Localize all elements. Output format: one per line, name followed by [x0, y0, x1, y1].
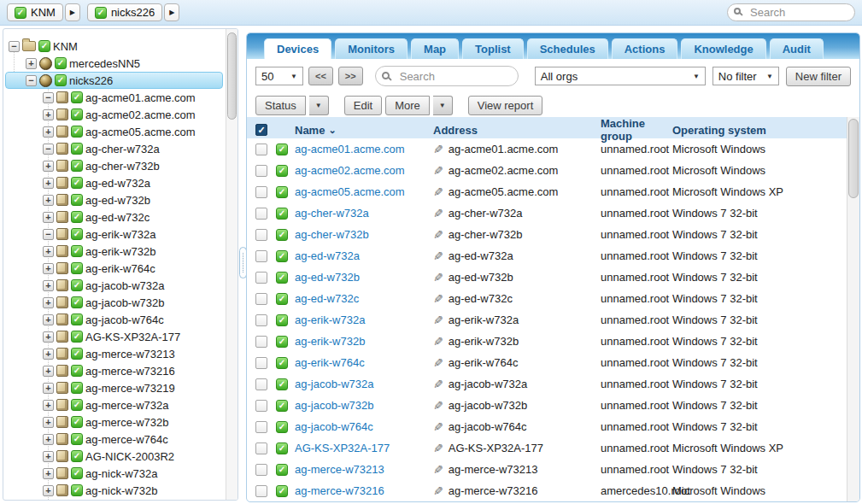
- tree-item-ag-jacob-w732b[interactable]: +ag-jacob-w732b: [3, 294, 225, 311]
- tree-item-ag-ks-xp32a-177[interactable]: +AG-KS-XP32A-177: [3, 328, 225, 345]
- device-search-input[interactable]: [375, 66, 519, 86]
- device-name-link[interactable]: ag-merce-w73213: [295, 463, 433, 476]
- edit-pencil-icon[interactable]: [433, 185, 443, 199]
- tree-item-ag-merce-w732a[interactable]: +ag-merce-w732a: [3, 396, 225, 413]
- tree-item-nicks226[interactable]: −nicks226: [3, 72, 225, 89]
- row-checkbox[interactable]: [255, 421, 267, 433]
- tree-expander-minus[interactable]: −: [9, 41, 20, 52]
- device-name-link[interactable]: ag-erik-w732a: [295, 314, 433, 326]
- tree-expander-minus[interactable]: −: [43, 229, 54, 240]
- tree-item-ag-merce-w764c[interactable]: +ag-merce-w764c: [3, 431, 225, 448]
- tree-item-ag-ed-w732b[interactable]: +ag-ed-w732b: [3, 191, 225, 208]
- device-name-link[interactable]: ag-ed-w732c: [295, 292, 433, 305]
- device-name-link[interactable]: ag-acme02.acme.com: [295, 164, 433, 177]
- tree-scrollbar[interactable]: [226, 29, 237, 500]
- device-name-link[interactable]: ag-acme05.acme.com: [295, 185, 433, 198]
- row-checkbox[interactable]: [255, 314, 267, 326]
- tree-item-ag-cher-w732b[interactable]: +ag-cher-w732b: [3, 157, 225, 174]
- column-header-name[interactable]: Name ⌄: [295, 124, 433, 137]
- breadcrumb-knm[interactable]: KNM: [7, 3, 63, 21]
- row-checkbox[interactable]: [255, 208, 267, 220]
- row-checkbox[interactable]: [255, 400, 267, 412]
- row-checkbox[interactable]: [255, 293, 267, 305]
- tree-expander-plus[interactable]: +: [43, 468, 54, 479]
- tree-expander-plus[interactable]: +: [43, 349, 54, 360]
- tree-item-mercedesnn5[interactable]: +mercedesNN5: [3, 55, 225, 72]
- tree-expander-plus[interactable]: +: [43, 161, 54, 172]
- tab-devices[interactable]: Devices: [264, 38, 331, 59]
- device-name-link[interactable]: ag-erik-w732b: [295, 335, 433, 348]
- breadcrumb-nicks226-menu-arrow-icon[interactable]: ▶: [164, 3, 179, 21]
- more-button[interactable]: More: [385, 96, 430, 115]
- tab-knowledge[interactable]: Knowledge: [681, 38, 765, 59]
- tree-expander-plus[interactable]: +: [43, 246, 54, 257]
- tree-expander-minus[interactable]: −: [43, 144, 54, 155]
- tree-item-ag-merce-w73219[interactable]: +ag-merce-w73219: [3, 379, 225, 396]
- edit-pencil-icon[interactable]: [433, 442, 443, 455]
- tree-item-ag-merce-w73216[interactable]: +ag-merce-w73216: [3, 362, 225, 379]
- status-button[interactable]: Status: [255, 96, 306, 115]
- edit-button[interactable]: Edit: [344, 96, 382, 115]
- status-menu-arrow-icon[interactable]: ▼: [309, 96, 329, 115]
- edit-pencil-icon[interactable]: [433, 356, 443, 370]
- tree-item-ag-acme05.acme.com[interactable]: +ag-acme05.acme.com: [3, 123, 225, 140]
- edit-pencil-icon[interactable]: [433, 378, 443, 391]
- tree-expander-plus[interactable]: +: [43, 485, 54, 496]
- tree-item-ag-ed-w732a[interactable]: +ag-ed-w732a: [3, 174, 225, 191]
- row-checkbox[interactable]: [255, 250, 267, 262]
- edit-pencil-icon[interactable]: [433, 164, 443, 178]
- device-name-link[interactable]: ag-jacob-w732a: [295, 378, 433, 390]
- device-name-link[interactable]: ag-merce-w73216: [295, 484, 433, 497]
- tree-item-ag-jacob-w764c[interactable]: +ag-jacob-w764c: [3, 311, 225, 328]
- tree-expander-plus[interactable]: +: [43, 195, 54, 206]
- new-filter-button[interactable]: New filter: [786, 67, 851, 86]
- tree-item-ag-merce-w732b[interactable]: +ag-merce-w732b: [3, 413, 225, 431]
- row-checkbox[interactable]: [255, 144, 267, 155]
- row-checkbox[interactable]: [255, 336, 267, 348]
- edit-pencil-icon[interactable]: [433, 292, 443, 306]
- tree-expander-plus[interactable]: +: [43, 109, 54, 120]
- row-checkbox[interactable]: [255, 485, 267, 497]
- tab-monitors[interactable]: Monitors: [335, 38, 408, 59]
- row-checkbox[interactable]: [255, 272, 267, 284]
- previous-page-button[interactable]: <<: [308, 67, 333, 85]
- row-checkbox[interactable]: [255, 229, 267, 241]
- tree-item-ag-ed-w732c[interactable]: +ag-ed-w732c: [3, 208, 225, 226]
- tree-expander-plus[interactable]: +: [26, 58, 37, 69]
- device-name-link[interactable]: ag-ed-w732b: [295, 271, 433, 284]
- row-checkbox[interactable]: [255, 442, 267, 454]
- tree-expander-plus[interactable]: +: [43, 212, 54, 223]
- edit-pencil-icon[interactable]: [433, 143, 443, 156]
- tree-expander-plus[interactable]: +: [43, 383, 54, 394]
- tree-expander-plus[interactable]: +: [43, 178, 54, 189]
- tree-item[interactable]: +: [3, 499, 225, 500]
- tab-schedules[interactable]: Schedules: [527, 38, 608, 59]
- tree-item-ag-erik-w732a[interactable]: −ag-erik-w732a: [3, 226, 225, 243]
- row-checkbox[interactable]: [255, 186, 267, 198]
- edit-pencil-icon[interactable]: [433, 271, 443, 284]
- tree-item-ag-erik-w732b[interactable]: +ag-erik-w732b: [3, 243, 225, 260]
- row-checkbox[interactable]: [255, 357, 267, 369]
- edit-pencil-icon[interactable]: [433, 228, 443, 242]
- edit-pencil-icon[interactable]: [433, 207, 443, 220]
- select-all-checkbox[interactable]: [255, 124, 267, 136]
- edit-pencil-icon[interactable]: [433, 484, 443, 498]
- tree-item-ag-jacob-w732a[interactable]: +ag-jacob-w732a: [3, 277, 225, 294]
- tree-item-ag-nick-w732b[interactable]: +ag-nick-w732b: [3, 482, 225, 499]
- tab-toplist[interactable]: Toplist: [462, 38, 524, 59]
- tree-item-ag-nick-2003r2[interactable]: +AG-NICK-2003R2: [3, 448, 225, 465]
- table-scrollbar-thumb[interactable]: [848, 119, 859, 198]
- tree-item-ag-nick-w732a[interactable]: +ag-nick-w732a: [3, 465, 225, 482]
- global-search-input[interactable]: [727, 3, 855, 21]
- tree-expander-plus[interactable]: +: [43, 297, 54, 308]
- device-name-link[interactable]: ag-acme01.acme.com: [295, 143, 433, 155]
- tree-expander-minus[interactable]: −: [43, 92, 54, 103]
- edit-pencil-icon[interactable]: [433, 463, 443, 477]
- device-name-link[interactable]: ag-ed-w732a: [295, 249, 433, 262]
- tree-item-ag-merce-w73213[interactable]: +ag-merce-w73213: [3, 345, 225, 362]
- tree-expander-plus[interactable]: +: [43, 434, 54, 445]
- tree-expander-plus[interactable]: +: [43, 417, 54, 428]
- row-checkbox[interactable]: [255, 378, 267, 390]
- tree-item-ag-acme01.acme.com[interactable]: −ag-acme01.acme.com: [3, 89, 225, 106]
- tree-scrollbar-thumb[interactable]: [227, 32, 237, 120]
